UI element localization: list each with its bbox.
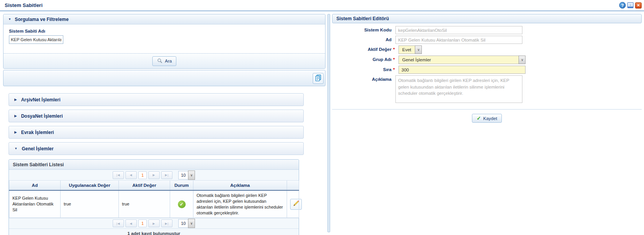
minimize-icon[interactable]: ↓ bbox=[627, 2, 634, 8]
save-button-label: Kaydet bbox=[483, 116, 497, 121]
accordion-tab-label: Genel İşlemler bbox=[22, 146, 54, 151]
aktif-deger-value: Evet bbox=[399, 45, 415, 54]
chevron-down-icon[interactable]: ∨ bbox=[415, 45, 422, 54]
paginator-top: |◀ ◀ 1 ▶ ▶| 10 ∨ bbox=[9, 170, 299, 181]
filter-body: Sistem Sabiti Adı bbox=[3, 24, 325, 48]
cell-uygulanacak-deger: true bbox=[61, 190, 119, 218]
toolbar-panel bbox=[3, 70, 325, 86]
column-header-actions bbox=[287, 181, 299, 190]
column-header-ad[interactable]: Ad bbox=[9, 181, 61, 190]
accordion-tab-label: DosyaNet İşlemleri bbox=[21, 113, 63, 119]
system-constant-name-input[interactable] bbox=[9, 35, 63, 44]
ad-input bbox=[395, 36, 522, 44]
page-title: Sistem Sabitleri bbox=[5, 2, 43, 8]
next-page-button[interactable]: ▶ bbox=[148, 171, 160, 179]
table-row[interactable]: KEP Gelen Kutusu Aktarılanları Otomatik … bbox=[9, 190, 299, 218]
copy-button[interactable] bbox=[313, 73, 324, 84]
close-icon[interactable]: ✕ bbox=[635, 2, 642, 9]
filter-panel: ▼ Sorgulama ve Filtreleme Sistem Sabiti … bbox=[3, 14, 325, 69]
editor-form: Sistem Kodu Ad Aktif Değer * Evet ∨ Grup… bbox=[332, 26, 642, 104]
aktif-deger-select[interactable]: Evet ∨ bbox=[399, 45, 422, 54]
rows-per-page-select[interactable]: 10 ∨ bbox=[178, 171, 195, 180]
expand-icon: ▶ bbox=[14, 114, 17, 118]
first-page-button[interactable]: |◀ bbox=[113, 219, 124, 227]
form-row-sistem-kodu: Sistem Kodu bbox=[332, 26, 642, 34]
help-icon[interactable]: ? bbox=[619, 2, 626, 9]
chevron-down-icon[interactable]: ∨ bbox=[519, 56, 526, 64]
list-title: Sistem Sabitleri Listesi bbox=[9, 160, 299, 170]
search-button[interactable]: Ara bbox=[152, 56, 177, 66]
form-row-ad: Ad bbox=[332, 36, 642, 44]
accordion-tab-genel[interactable]: ▼ Genel İşlemler bbox=[9, 142, 304, 155]
filter-panel-title: Sorgulama ve Filtreleme bbox=[15, 17, 69, 22]
pencil-icon bbox=[293, 200, 299, 208]
sistem-kodu-input bbox=[395, 26, 522, 34]
form-row-aktif-deger: Aktif Değer * Evet ∨ bbox=[332, 45, 642, 54]
editor-panel-title: Sistem Sabitleri Editörü bbox=[332, 14, 642, 23]
grup-adi-select[interactable]: Genel İşlemler ∨ bbox=[399, 56, 526, 64]
previous-page-button[interactable]: ◀ bbox=[125, 219, 137, 227]
grup-adi-value: Genel İşlemler bbox=[399, 56, 519, 64]
editor-footer: ✓ Kaydet bbox=[332, 110, 642, 123]
last-page-button[interactable]: ▶| bbox=[161, 171, 172, 179]
grup-adi-label: Grup Adı bbox=[332, 56, 392, 64]
search-button-label: Ara bbox=[165, 59, 172, 63]
system-constants-table: Ad Uygulanacak Değer Aktif Değer Durum A… bbox=[9, 181, 299, 218]
layout-splitter[interactable] bbox=[327, 14, 330, 232]
accordion-tab-label: Evrak İşlemleri bbox=[21, 130, 54, 135]
sira-input[interactable] bbox=[399, 66, 526, 74]
next-page-button[interactable]: ▶ bbox=[148, 219, 160, 227]
expand-icon: ▶ bbox=[14, 98, 17, 101]
previous-page-button[interactable]: ◀ bbox=[125, 171, 137, 179]
rows-per-page-value: 10 bbox=[178, 171, 188, 179]
copy-icon bbox=[315, 74, 322, 83]
window-controls: ? ↓ ✕ bbox=[619, 2, 642, 9]
aciklama-textarea: Otomatik bağlantı bilgileri girilen KEP … bbox=[395, 75, 522, 103]
current-page-button[interactable]: 1 bbox=[138, 219, 147, 227]
sistem-kodu-label: Sistem Kodu bbox=[332, 26, 392, 34]
save-button[interactable]: ✓ Kaydet bbox=[472, 114, 502, 123]
form-row-grup-adi: Grup Adı * Genel İşlemler ∨ bbox=[332, 56, 642, 64]
column-header-aktif-deger[interactable]: Aktif Değer bbox=[119, 181, 170, 190]
cell-aciklama: Otomatik bağlantı bilgileri girilen KEP … bbox=[193, 190, 287, 218]
aciklama-label: Açıklama bbox=[332, 75, 392, 84]
last-page-button[interactable]: ▶| bbox=[161, 219, 172, 227]
filter-footer: Ara bbox=[3, 53, 325, 68]
collapse-icon: ▼ bbox=[8, 17, 11, 21]
required-marker: * bbox=[393, 56, 395, 64]
chevron-down-icon[interactable]: ∨ bbox=[188, 171, 195, 180]
column-header-durum[interactable]: Durum bbox=[170, 181, 193, 190]
required-marker: * bbox=[393, 66, 395, 74]
table-header-row: Ad Uygulanacak Değer Aktif Değer Durum A… bbox=[9, 181, 299, 190]
filter-panel-header[interactable]: ▼ Sorgulama ve Filtreleme bbox=[3, 14, 325, 24]
check-icon: ✓ bbox=[477, 115, 481, 121]
record-count-text: 1 adet kayıt bulunmuştur bbox=[9, 229, 299, 235]
cell-actions bbox=[287, 190, 299, 218]
editor-panel: Sistem Sabitleri Editörü Sistem Kodu Ad … bbox=[332, 14, 642, 123]
edit-button[interactable] bbox=[290, 199, 302, 210]
current-page-button[interactable]: 1 bbox=[138, 171, 147, 179]
column-header-uygulanacak-deger[interactable]: Uygulanacak Değer bbox=[61, 181, 119, 190]
ad-label: Ad bbox=[332, 36, 392, 44]
cell-aktif-deger: true bbox=[119, 190, 170, 218]
rows-per-page-value: 10 bbox=[178, 219, 188, 228]
sira-label: Sıra bbox=[332, 66, 392, 74]
status-active-icon: ✓ bbox=[178, 200, 186, 208]
accordion-tab-evrak[interactable]: ▶ Evrak İşlemleri bbox=[9, 126, 304, 139]
system-constants-list-panel: Sistem Sabitleri Listesi |◀ ◀ 1 ▶ ▶| 10 … bbox=[9, 159, 299, 235]
magnifier-icon bbox=[157, 58, 163, 64]
accordion-tab-label: ArşivNet İşlemleri bbox=[21, 97, 60, 103]
paginator-bottom: |◀ ◀ 1 ▶ ▶| 10 ∨ bbox=[9, 218, 299, 229]
column-header-aciklama[interactable]: Açıklama bbox=[193, 181, 287, 190]
accordion-tab-arsivnet[interactable]: ▶ ArşivNet İşlemleri bbox=[9, 93, 304, 106]
collapse-icon: ▼ bbox=[14, 147, 17, 150]
required-marker: * bbox=[393, 45, 395, 54]
form-row-aciklama: Açıklama Otomatik bağlantı bilgileri gir… bbox=[332, 75, 642, 104]
form-row-sira: Sıra * bbox=[332, 66, 642, 74]
title-bar: Sistem Sabitleri ? ↓ ✕ bbox=[0, 0, 644, 11]
first-page-button[interactable]: |◀ bbox=[113, 171, 124, 179]
accordion-tab-dosyanet[interactable]: ▶ DosyaNet İşlemleri bbox=[9, 110, 304, 122]
aktif-deger-label: Aktif Değer bbox=[332, 45, 392, 54]
chevron-down-icon[interactable]: ∨ bbox=[188, 219, 195, 228]
rows-per-page-select[interactable]: 10 ∨ bbox=[178, 219, 195, 228]
